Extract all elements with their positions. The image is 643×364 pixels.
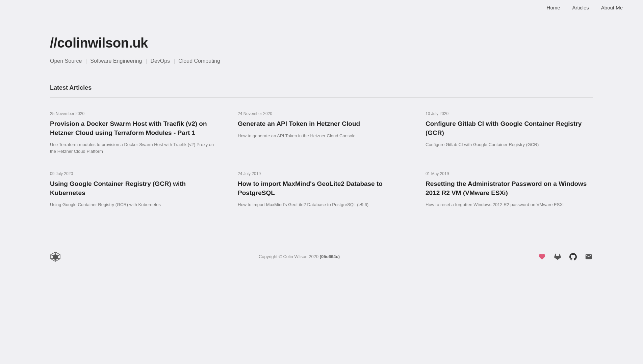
article-date: 01 May 2019	[426, 171, 593, 176]
svg-line-6	[51, 258, 53, 259]
site-tagline: Open Source | Software Engineering | Dev…	[50, 58, 593, 64]
article-date: 09 July 2020	[50, 171, 217, 176]
svg-line-7	[51, 255, 53, 256]
article-description: Using Google Container Registry (GCR) wi…	[50, 201, 217, 208]
article-date: 25 November 2020	[50, 111, 217, 116]
footer-copyright: Copyright © Colin Wilson 2020 (05c664c)	[259, 254, 340, 259]
tagline-devops: DevOps	[150, 58, 170, 64]
nav-about[interactable]: About Me	[601, 5, 623, 10]
article-title: How to import MaxMind's GeoLite2 Databas…	[238, 179, 405, 197]
github-icon[interactable]	[569, 252, 577, 261]
article-title: Generate an API Token in Hetzner Cloud	[238, 119, 405, 129]
tagline-open-source: Open Source	[50, 58, 82, 64]
tagline-sep1: |	[85, 58, 87, 64]
article-card[interactable]: 10 July 2020 Configure Gitlab CI with Go…	[426, 111, 593, 155]
tagline-software-engineering: Software Engineering	[90, 58, 142, 64]
article-description: How to import MaxMind's GeoLite2 Databas…	[238, 201, 405, 208]
nav-home[interactable]: Home	[547, 5, 560, 10]
section-divider	[50, 97, 593, 98]
article-description: Use Terraform modules to provision a Doc…	[50, 141, 217, 155]
article-card[interactable]: 25 November 2020 Provision a Docker Swar…	[50, 111, 217, 155]
nav-articles[interactable]: Articles	[572, 5, 589, 10]
article-date: 24 November 2020	[238, 111, 405, 116]
footer-commit: (05c664c)	[320, 254, 340, 259]
email-icon[interactable]	[584, 252, 593, 261]
article-title: Resetting the Administrator Password on …	[426, 179, 593, 197]
article-description: How to reset a forgotten Windows 2012 R2…	[426, 201, 593, 208]
svg-line-4	[58, 258, 60, 259]
svg-line-3	[58, 255, 60, 256]
tagline-sep2: |	[146, 58, 147, 64]
article-description: Configure Gitlab CI with Google Containe…	[426, 141, 593, 148]
hero-section: //colinwilson.uk Open Source | Software …	[0, 15, 643, 78]
articles-grid: 25 November 2020 Provision a Docker Swar…	[50, 111, 593, 208]
tagline-sep3: |	[174, 58, 175, 64]
footer-logo	[50, 251, 61, 262]
article-title: Configure Gitlab CI with Google Containe…	[426, 119, 593, 137]
gitlab-icon[interactable]	[553, 252, 562, 261]
article-card[interactable]: 24 July 2019 How to import MaxMind's Geo…	[238, 171, 405, 208]
article-card[interactable]: 01 May 2019 Resetting the Administrator …	[426, 171, 593, 208]
articles-heading: Latest Articles	[50, 84, 593, 91]
footer-social-icons	[538, 252, 593, 261]
tagline-cloud-computing: Cloud Computing	[178, 58, 220, 64]
article-card[interactable]: 24 November 2020 Generate an API Token i…	[238, 111, 405, 155]
site-footer: Copyright © Colin Wilson 2020 (05c664c)	[0, 242, 643, 272]
article-title: Using Google Container Registry (GCR) wi…	[50, 179, 217, 197]
article-date: 24 July 2019	[238, 171, 405, 176]
article-card[interactable]: 09 July 2020 Using Google Container Regi…	[50, 171, 217, 208]
svg-marker-1	[53, 254, 58, 260]
heart-icon[interactable]	[538, 252, 546, 261]
article-title: Provision a Docker Swarm Host with Traef…	[50, 119, 217, 137]
main-nav: Home Articles About Me	[0, 0, 643, 15]
articles-section: Latest Articles 25 November 2020 Provisi…	[0, 78, 643, 228]
article-description: How to generate an API Token in the Hetz…	[238, 133, 405, 139]
article-date: 10 July 2020	[426, 111, 593, 116]
site-title: //colinwilson.uk	[50, 35, 593, 51]
